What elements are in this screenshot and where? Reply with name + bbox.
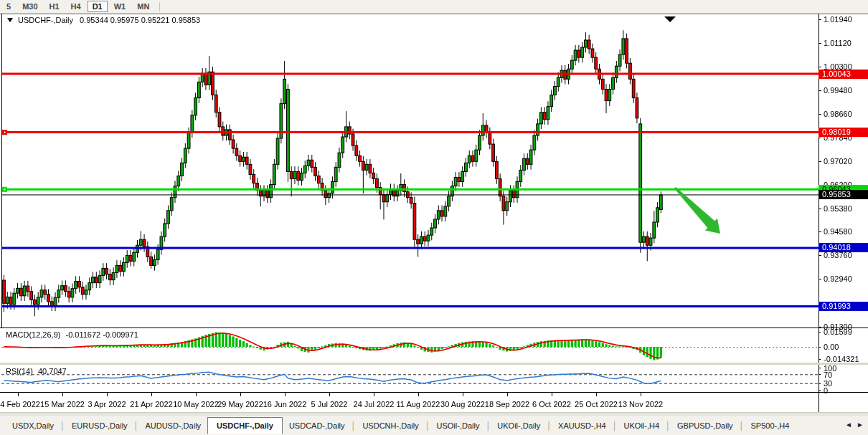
price-axis-tick bbox=[819, 255, 821, 256]
price-axis-tick bbox=[819, 67, 821, 67]
price-badge-0.91993: 0.91993 bbox=[819, 302, 868, 311]
macd-indicator-label: MACD(12,26,9) -0.011672 -0.009971 bbox=[6, 330, 138, 339]
date-axis-label: 30 Aug 2022 bbox=[440, 400, 485, 408]
price-axis-tick bbox=[819, 114, 821, 115]
toolbar-separator bbox=[159, 2, 160, 11]
tab-separator: │ bbox=[740, 421, 745, 430]
macd-axis-label: -0.014321 bbox=[824, 355, 859, 363]
macd-axis-tick bbox=[819, 347, 821, 348]
chart-tab-usdcnh-daily[interactable]: USDCNH-,Daily bbox=[356, 417, 425, 434]
price-axis-tick bbox=[819, 327, 821, 328]
date-axis-tick bbox=[107, 393, 108, 396]
date-axis-tick bbox=[18, 393, 19, 396]
chart-left-border bbox=[1, 14, 2, 328]
chart-tab-usdcad-daily[interactable]: USDCAD-,Daily bbox=[283, 417, 352, 434]
date-axis-tick bbox=[240, 393, 241, 396]
price-badge-1.00043: 1.00043 bbox=[819, 70, 868, 79]
timeframe-button-m30[interactable]: M30 bbox=[17, 1, 42, 12]
macd-axis-label: 0.00 bbox=[824, 343, 839, 351]
macd-values: -0.011672 -0.009971 bbox=[65, 330, 138, 339]
date-axis-tick bbox=[285, 393, 286, 396]
chart-tab-audusd-daily[interactable]: AUDUSD-,Daily bbox=[138, 417, 207, 434]
tab-separator: │ bbox=[425, 421, 430, 430]
price-axis-tick bbox=[819, 43, 821, 44]
price-axis-label: 0.94580 bbox=[824, 227, 852, 236]
main-panel-bottom-border bbox=[0, 328, 868, 328]
chart-ohlc-values: 0.95344 0.95975 0.95221 0.95853 bbox=[80, 16, 200, 24]
chart-tab-usdchf-daily[interactable]: USDCHF-,Daily bbox=[207, 417, 283, 434]
timeframe-button-w1[interactable]: W1 bbox=[109, 1, 131, 12]
date-axis-tick bbox=[151, 393, 152, 396]
date-axis-tick bbox=[62, 393, 63, 396]
rsi-indicator-label: RSI(14) 40.7047 bbox=[6, 367, 67, 376]
date-axis-label: 18 Sep 2022 bbox=[485, 400, 529, 408]
price-axis-label: 0.98660 bbox=[824, 110, 852, 118]
price-axis-tick bbox=[819, 209, 821, 209]
date-axis-tick bbox=[507, 393, 508, 396]
rsi-axis-tick bbox=[819, 368, 821, 368]
one-click-arrow-icon[interactable] bbox=[7, 18, 13, 22]
rsi-panel-bottom-border bbox=[0, 392, 868, 393]
price-axis-tick bbox=[819, 19, 821, 20]
timeframe-button-h1[interactable]: H1 bbox=[44, 1, 65, 12]
main-chart-canvas[interactable] bbox=[1, 14, 819, 328]
macd-axis-label: 0.01599 bbox=[824, 328, 852, 336]
chart-tab-xauusd-h4[interactable]: XAUUSD-,H4 bbox=[552, 417, 613, 434]
timeframe-toolbar: 5M30H1H4D1W1MN bbox=[0, 0, 868, 14]
date-axis-label: 11 Aug 2022 bbox=[397, 400, 440, 408]
price-axis-label: 0.97020 bbox=[824, 157, 852, 166]
price-axis-tick bbox=[819, 231, 821, 232]
chart-tab-gbpusd-daily[interactable]: GBPUSD-,Daily bbox=[671, 417, 740, 434]
chart-shift-marker-icon[interactable] bbox=[664, 16, 676, 22]
price-badge-0.98019: 0.98019 bbox=[819, 128, 868, 137]
price-badge-0.94018: 0.94018 bbox=[819, 243, 868, 252]
tab-separator: │ bbox=[60, 421, 65, 430]
date-axis-label: 24 Feb 2022 bbox=[0, 400, 40, 408]
date-axis-label: 15 Mar 2022 bbox=[40, 400, 85, 408]
date-axis-label: 25 Oct 2022 bbox=[575, 400, 618, 408]
tab-separator: │ bbox=[666, 421, 671, 430]
chart-tab-bar: USDX,Daily│EURUSD-,Daily│AUDUSD-,DailyUS… bbox=[0, 416, 868, 435]
price-axis-label: 1.01940 bbox=[824, 15, 852, 24]
timeframe-button-mn[interactable]: MN bbox=[132, 1, 154, 12]
price-axis-label: 0.99480 bbox=[824, 86, 852, 95]
price-axis-tick bbox=[819, 279, 821, 279]
date-axis-tick bbox=[329, 393, 330, 396]
date-axis-tick bbox=[374, 393, 374, 396]
chart-tab-usoil-daily[interactable]: USOil-,Daily bbox=[430, 417, 486, 434]
panel-splitter[interactable] bbox=[0, 363, 868, 365]
chart-title: USDCHF-,Daily 0.95344 0.95975 0.95221 0.… bbox=[7, 16, 200, 24]
rsi-axis-tick bbox=[819, 390, 821, 391]
date-axis-label: 5 Jul 2022 bbox=[311, 400, 348, 408]
price-axis-label: 1.01120 bbox=[824, 39, 852, 47]
chart-tab-ukoil-h4[interactable]: UKOil-,H4 bbox=[618, 417, 666, 434]
date-axis-tick bbox=[196, 393, 197, 396]
chart-tab-sp500-h4[interactable]: SP500-,H4 bbox=[744, 417, 796, 434]
timeframe-button-h4[interactable]: H4 bbox=[66, 1, 86, 12]
timeframe-button-d1[interactable]: D1 bbox=[88, 1, 108, 12]
chart-tab-ukoil-daily[interactable]: UKOil-,Daily bbox=[491, 417, 547, 434]
date-axis-label: 21 Apr 2022 bbox=[130, 400, 172, 408]
chart-tab-eurusd-daily[interactable]: EURUSD-,Daily bbox=[65, 417, 134, 434]
macd-axis-tick bbox=[819, 332, 821, 333]
rsi-axis-label: 0 bbox=[824, 386, 828, 395]
tab-separator: │ bbox=[134, 421, 139, 430]
timeframe-button-5[interactable]: 5 bbox=[1, 1, 16, 12]
price-axis-label: 0.92940 bbox=[824, 274, 852, 283]
chart-tab-usdx-daily[interactable]: USDX,Daily bbox=[6, 417, 60, 434]
tab-separator: │ bbox=[486, 421, 491, 430]
price-axis-tick bbox=[819, 90, 821, 91]
price-axis-tick bbox=[819, 138, 821, 138]
tab-scroll-right-icon[interactable]: ► bbox=[857, 421, 864, 429]
date-axis-tick bbox=[596, 393, 597, 396]
tab-separator: │ bbox=[547, 421, 552, 430]
tab-scroll-left-icon[interactable]: ◄ bbox=[845, 421, 852, 429]
date-axis-label: 3 Apr 2022 bbox=[88, 400, 126, 408]
rsi-panel-canvas[interactable] bbox=[1, 365, 819, 392]
date-axis-label: 16 Jun 2022 bbox=[263, 400, 307, 408]
rsi-axis-tick bbox=[819, 383, 821, 384]
date-axis-tick bbox=[641, 393, 641, 396]
price-badge-0.95853: 0.95853 bbox=[819, 190, 868, 199]
date-axis-tick bbox=[418, 393, 419, 396]
macd-axis-tick bbox=[819, 359, 821, 360]
